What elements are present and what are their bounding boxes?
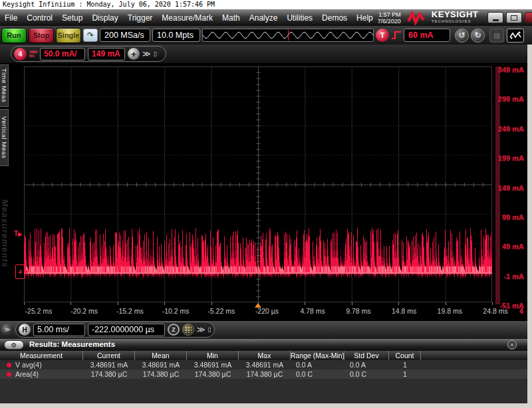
channel4-controls: 4 1MΩ DC 50.0 mA/ 149 mA + ≫ ▯: [11, 46, 166, 62]
display-area: Time Meas Vertical Meas Measurements T▶ …: [0, 63, 527, 321]
results-header: ⚙ Results: Measurements ····· ×: [0, 339, 527, 351]
x-axis-tick: [118, 302, 118, 305]
measurement-value: 0.0 A: [291, 360, 344, 369]
vertical-offset-field[interactable]: 149 mA: [88, 48, 125, 60]
zoom-box-button[interactable]: ▨: [489, 29, 504, 43]
x-axis-tick: [305, 302, 305, 305]
gear-icon[interactable]: ⚙: [4, 340, 24, 350]
scale-channel-indicator: 4: [519, 308, 523, 315]
popout-icon[interactable]: ▯: [154, 51, 157, 57]
column-header: Count: [389, 351, 421, 360]
channel-bar: 4 1MΩ DC 50.0 mA/ 149 mA + ≫ ▯: [0, 45, 532, 63]
coupling-label: 1MΩ DC: [29, 50, 37, 58]
channel4-ground-marker[interactable]: 4▶: [15, 264, 25, 279]
menu-item-demos[interactable]: Demos: [317, 13, 352, 23]
x-axis-tick: [164, 302, 165, 305]
y-axis-label: 349 mA: [496, 66, 524, 74]
menu-item-analyze[interactable]: Analyze: [245, 13, 283, 23]
expand-chevron-icon[interactable]: ≫: [142, 49, 151, 58]
knob-icon[interactable]: [182, 324, 194, 336]
menu-item-trigger[interactable]: Trigger: [123, 13, 158, 23]
measurement-value: 174.380 µC: [83, 369, 135, 379]
undo-button[interactable]: ↺: [455, 29, 469, 43]
y-axis-label: -1 mA: [496, 272, 524, 280]
waveform-display[interactable]: [24, 66, 492, 302]
measurement-value: 1: [389, 360, 421, 369]
clock-date: 7/6/2020: [378, 18, 401, 25]
zoom-mode-button[interactable]: Z: [168, 324, 180, 336]
y-axis-label: 249 mA: [496, 125, 524, 133]
measurements-watermark: Measurements: [0, 199, 10, 316]
keysight-spark-icon: [406, 11, 429, 25]
desktop-bottom-strip: [0, 403, 532, 408]
stop-button[interactable]: Stop: [29, 28, 54, 43]
x-axis-label: 4.78 ms: [291, 307, 334, 315]
column-header: Max: [239, 351, 291, 360]
window-title: Keysight Infiniium : Monday, July 06, 20…: [0, 0, 532, 9]
x-axis-tick: [24, 302, 25, 305]
trigger-level-marker[interactable]: T▶: [14, 230, 22, 237]
menu-item-utilities[interactable]: Utilities: [282, 13, 317, 23]
column-header: Range (Max-Min): [291, 351, 344, 360]
brand-logo: KEYSIGHT TECHNOLOGIES: [432, 11, 478, 25]
menu-item-control[interactable]: Control: [22, 13, 57, 23]
x-axis-label: 24.8 ms: [474, 307, 517, 315]
menu-item-setup[interactable]: Setup: [57, 13, 87, 23]
column-header: Measurement: [0, 351, 83, 360]
y-axis-label: 299 mA: [496, 95, 524, 103]
clock-time: 1:57 PM: [378, 11, 401, 18]
trigger-level-field[interactable]: 60 mA: [404, 29, 450, 42]
measurement-value: 3.48691 mA: [135, 360, 187, 369]
timebase-position-field[interactable]: -222.0000000 µs: [88, 324, 165, 336]
trigger-icon[interactable]: T: [376, 29, 389, 42]
maximize-button[interactable]: [506, 12, 522, 23]
desktop-right-strip: [527, 45, 532, 408]
measurement-color-dot: [7, 372, 11, 377]
column-header: Min: [187, 351, 239, 360]
trigger-position-marker[interactable]: [255, 303, 261, 308]
sample-rate-field[interactable]: 200 MSa/s: [100, 29, 150, 42]
vertical-scale-field[interactable]: 50.0 mA/: [40, 48, 85, 60]
collapse-chevron-icon[interactable]: ≫: [1, 324, 13, 336]
measurement-value: 174.380 µC: [135, 369, 187, 379]
tab-vertical-meas[interactable]: Vertical Meas: [0, 109, 9, 166]
measurement-name: Area(4): [0, 369, 83, 379]
splitter-handle[interactable]: ·····: [243, 338, 258, 344]
oscilloscope-app: Keysight Infiniium : Monday, July 06, 20…: [0, 0, 532, 408]
touch-icon[interactable]: ↷: [83, 29, 98, 42]
x-axis-label: 14.8 ms: [383, 307, 426, 315]
menu-items: FileControlSetupDisplayTriggerMeasure/Ma…: [0, 13, 378, 23]
y-axis-label: 99 mA: [496, 213, 524, 221]
minimize-button[interactable]: [487, 12, 503, 23]
menu-item-display[interactable]: Display: [87, 13, 122, 23]
redo-button[interactable]: ↻: [471, 29, 485, 43]
add-channel-button[interactable]: +: [128, 48, 140, 60]
x-axis-label: -15.2 ms: [108, 307, 151, 315]
table-row[interactable]: V avg(4)3.48691 mA3.48691 mA3.48691 mA3.…: [0, 360, 527, 369]
menu-item-file[interactable]: File: [0, 13, 22, 23]
channel4-button[interactable]: 4: [14, 48, 27, 60]
table-row[interactable]: Area(4)174.380 µC174.380 µC174.380 µC174…: [0, 369, 527, 379]
close-button[interactable]: ×: [525, 12, 532, 23]
menu-item-measuremark[interactable]: Measure/Mark: [157, 13, 217, 23]
x-axis-tick: [70, 302, 71, 305]
measurement-value: 1: [389, 369, 421, 379]
run-button[interactable]: Run: [1, 28, 27, 43]
memory-depth-field[interactable]: 10.0 Mpts: [152, 29, 200, 42]
measurement-value: 3.48691 mA: [187, 360, 239, 369]
measurement-value: 0.0 A: [344, 360, 389, 369]
acquisition-preview-strip[interactable]: [202, 29, 374, 42]
single-button[interactable]: Single: [56, 28, 81, 43]
autoscale-button[interactable]: [507, 29, 524, 43]
x-axis-label: -25.2 ms: [17, 307, 60, 315]
tab-time-meas[interactable]: Time Meas: [0, 64, 9, 107]
preview-cursor: [288, 30, 289, 41]
menu-item-help[interactable]: Help: [352, 13, 378, 23]
results-close-icon[interactable]: ×: [507, 340, 517, 350]
x-axis-tick: [492, 302, 493, 305]
hbar-expand-chevron-icon[interactable]: ≫: [197, 325, 205, 334]
menu-item-math[interactable]: Math: [217, 13, 245, 23]
timebase-scale-field[interactable]: 5.00 ms/: [33, 324, 85, 336]
horizontal-button[interactable]: H: [19, 324, 31, 336]
hbar-popout-icon[interactable]: ▯: [208, 326, 211, 333]
